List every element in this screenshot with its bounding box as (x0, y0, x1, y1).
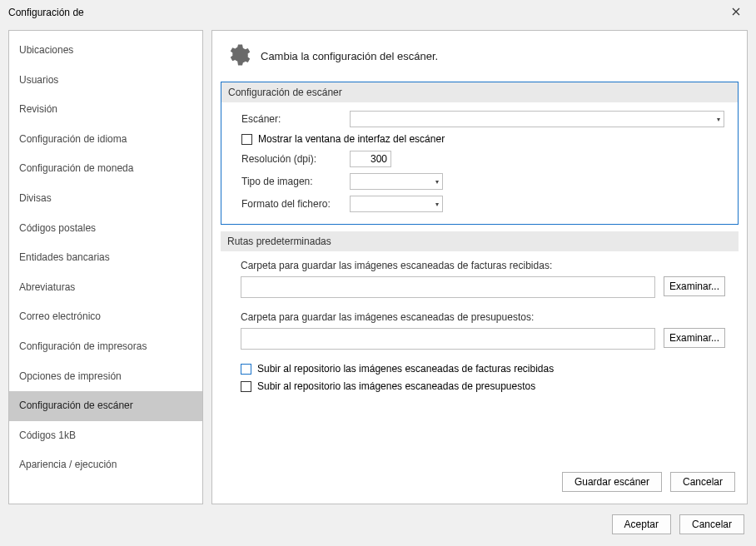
accept-button[interactable]: Aceptar (612, 514, 671, 534)
sidebar-item-idioma[interactable]: Configuración de idioma (9, 125, 202, 155)
window-title: Configuración de (8, 7, 84, 18)
budgets-path-label: Carpeta para guardar las imágenes escane… (241, 311, 725, 323)
image-type-label: Tipo de imagen: (241, 176, 350, 187)
paths-group-title: Rutas predeterminadas (221, 231, 739, 251)
chevron-down-icon: ▾ (435, 201, 439, 208)
close-button[interactable] (719, 2, 753, 23)
budgets-path-input[interactable] (241, 328, 655, 350)
image-type-select[interactable]: ▾ (350, 173, 443, 190)
upload-invoices-label: Subir al repositorio las imágenes escane… (257, 363, 554, 375)
browse-invoices-button[interactable]: Examinar... (664, 276, 725, 296)
browse-budgets-button[interactable]: Examinar... (664, 328, 725, 348)
upload-invoices-checkbox[interactable] (241, 364, 251, 375)
save-scanner-button[interactable]: Guardar escáner (562, 472, 662, 492)
sidebar-item-abreviaturas[interactable]: Abreviaturas (9, 273, 202, 303)
file-format-label: Formato del fichero: (241, 198, 350, 210)
resolution-input[interactable] (350, 151, 391, 167)
close-icon (732, 7, 740, 18)
upload-budgets-label: Subir al repositorio las imágenes escane… (257, 380, 535, 392)
upload-budgets-checkbox[interactable] (241, 381, 251, 392)
file-format-select[interactable]: ▾ (350, 196, 443, 212)
sidebar: Ubicaciones Usuarios Revisión Configurac… (8, 30, 203, 504)
sidebar-item-moneda[interactable]: Configuración de moneda (9, 154, 202, 184)
sidebar-item-codigos-1kb[interactable]: Códigos 1kB (9, 421, 202, 451)
sidebar-item-impresoras[interactable]: Configuración de impresoras (9, 332, 202, 362)
chevron-down-icon: ▾ (717, 116, 720, 123)
page-title: Cambia la configuración del escáner. (261, 50, 438, 62)
show-interface-checkbox[interactable] (241, 134, 252, 145)
resolution-label: Resolución (dpi): (241, 153, 350, 165)
sidebar-item-opciones-impresion[interactable]: Opciones de impresión (9, 362, 202, 392)
scanner-config-group: Configuración de escáner Escáner: ▾ Most… (221, 82, 739, 225)
sidebar-item-revision[interactable]: Revisión (9, 95, 202, 125)
scanner-select[interactable]: ▾ (350, 111, 724, 127)
show-interface-label: Mostrar la ventana de interfaz del escán… (258, 133, 445, 145)
scanner-group-title: Configuración de escáner (221, 82, 738, 102)
cancel-scanner-button[interactable]: Cancelar (670, 472, 735, 492)
sidebar-item-entidades-bancarias[interactable]: Entidades bancarias (9, 243, 202, 273)
sidebar-item-usuarios[interactable]: Usuarios (9, 66, 202, 96)
invoices-path-input[interactable] (241, 276, 655, 298)
sidebar-item-codigos-postales[interactable]: Códigos postales (9, 214, 202, 244)
invoices-path-label: Carpeta para guardar las imágenes escane… (241, 260, 725, 271)
gear-icon (226, 42, 251, 70)
scanner-label: Escáner: (241, 113, 350, 125)
chevron-down-icon: ▾ (435, 178, 439, 186)
sidebar-item-apariencia[interactable]: Apariencia / ejecución (9, 450, 202, 480)
sidebar-item-ubicaciones[interactable]: Ubicaciones (9, 36, 202, 66)
sidebar-item-escaner[interactable]: Configuración de escáner (9, 391, 202, 421)
paths-group: Rutas predeterminadas Carpeta para guard… (221, 231, 739, 408)
cancel-button[interactable]: Cancelar (679, 514, 744, 534)
sidebar-item-correo[interactable]: Correo electrónico (9, 302, 202, 332)
sidebar-item-divisas[interactable]: Divisas (9, 184, 202, 214)
